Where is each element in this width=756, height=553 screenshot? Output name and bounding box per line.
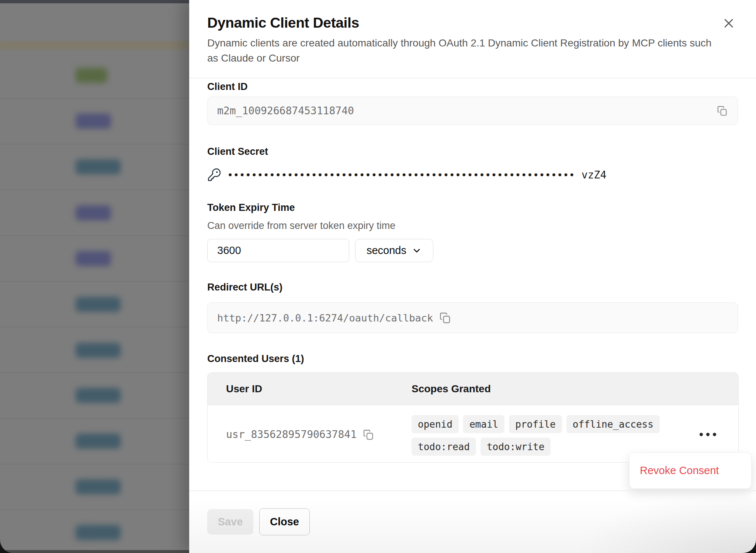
scopes-list: openidemailprofileoffline_accesstodo:rea… bbox=[412, 415, 666, 456]
client-id-value: m2m_100926687453118740 bbox=[217, 105, 354, 117]
token-expiry-input[interactable] bbox=[207, 239, 349, 262]
column-header-scopes: Scopes Granted bbox=[412, 373, 491, 405]
blurred-row-divider bbox=[0, 464, 189, 465]
user-id-value: usr_83562895790637841 bbox=[226, 428, 357, 441]
close-button[interactable]: Close bbox=[259, 508, 310, 535]
column-header-user-id: User ID bbox=[226, 373, 262, 405]
ellipsis-icon bbox=[700, 433, 703, 436]
redirect-url-field: http://127.0.0.1:6274/oauth/callback bbox=[207, 302, 738, 333]
close-icon bbox=[722, 17, 735, 29]
redirect-url-value: http://127.0.0.1:6274/oauth/callback bbox=[217, 312, 433, 324]
copy-client-id-button[interactable] bbox=[717, 105, 728, 116]
blurred-badge bbox=[76, 434, 121, 449]
scope-chip: email bbox=[463, 415, 504, 433]
blurred-row-divider bbox=[0, 281, 189, 282]
scope-chip: todo:read bbox=[412, 438, 476, 456]
row-actions-popup: Revoke Consent bbox=[629, 452, 752, 489]
blurred-row-divider bbox=[0, 372, 189, 373]
dynamic-client-details-modal: Dynamic Client Details Dynamic clients a… bbox=[189, 0, 756, 553]
blurred-row-divider bbox=[0, 327, 189, 327]
client-secret-mask: ••••••••••••••••••••••••••••••••••••••••… bbox=[227, 169, 575, 181]
background-bottom-strip bbox=[0, 550, 189, 553]
consented-users-table: User ID Scopes Granted usr_8356289579063… bbox=[207, 372, 739, 463]
blurred-badge bbox=[76, 297, 121, 312]
screenshot-root: Dynamic Client Details Dynamic clients a… bbox=[0, 0, 756, 553]
client-secret-label: Client Secret bbox=[207, 146, 268, 157]
token-expiry-label: Token Expiry Time bbox=[207, 202, 295, 213]
blurred-badge bbox=[76, 159, 121, 174]
blurred-row-divider bbox=[0, 235, 189, 236]
client-secret-field: ••••••••••••••••••••••••••••••••••••••••… bbox=[207, 165, 606, 185]
background-topbar bbox=[0, 0, 189, 3]
copy-icon bbox=[439, 312, 451, 324]
copy-redirect-url-button[interactable] bbox=[439, 312, 451, 324]
blurred-badge bbox=[76, 479, 121, 494]
blurred-badge bbox=[76, 388, 121, 403]
modal-description: Dynamic clients are created automaticall… bbox=[207, 35, 724, 66]
unit-select-value: seconds bbox=[367, 244, 406, 257]
modal-close-button[interactable] bbox=[720, 15, 737, 32]
revoke-consent-menu-item[interactable]: Revoke Consent bbox=[630, 453, 751, 488]
redirect-urls-label: Redirect URL(s) bbox=[207, 282, 282, 293]
blurred-badge bbox=[76, 525, 121, 540]
blurred-badge bbox=[76, 251, 111, 266]
copy-icon bbox=[363, 429, 374, 441]
footer-divider bbox=[189, 490, 756, 491]
blurred-badge bbox=[76, 114, 111, 129]
copy-user-id-button[interactable] bbox=[363, 429, 374, 441]
consented-users-label: Consented Users (1) bbox=[207, 353, 304, 365]
blurred-badge bbox=[76, 68, 107, 83]
blurred-row-divider bbox=[0, 98, 189, 99]
scope-chip: openid bbox=[412, 415, 459, 433]
user-id-cell: usr_83562895790637841 bbox=[226, 406, 374, 463]
app-window: Dynamic Client Details Dynamic clients a… bbox=[0, 0, 756, 553]
chevron-down-icon bbox=[412, 246, 422, 256]
blurred-row-divider bbox=[0, 509, 189, 510]
token-expiry-hint: Can override from server token expiry ti… bbox=[207, 220, 395, 232]
modal-title: Dynamic Client Details bbox=[207, 15, 359, 31]
table-header: User ID Scopes Granted bbox=[208, 373, 738, 405]
blurred-row-divider bbox=[0, 418, 189, 419]
client-id-field: m2m_100926687453118740 bbox=[207, 97, 738, 125]
save-button[interactable]: Save bbox=[207, 509, 253, 535]
dimmed-background bbox=[0, 0, 189, 553]
blurred-row-divider bbox=[0, 189, 189, 190]
token-expiry-unit-select[interactable]: seconds bbox=[355, 239, 433, 262]
blurred-row-divider bbox=[0, 144, 189, 145]
scope-chip: todo:write bbox=[481, 438, 551, 456]
row-actions-menu-button[interactable] bbox=[695, 425, 721, 444]
client-id-label: Client ID bbox=[207, 81, 248, 93]
client-secret-suffix: vzZ4 bbox=[582, 169, 606, 181]
header-divider bbox=[189, 78, 756, 79]
blurred-badge bbox=[76, 205, 111, 220]
scope-chip: offline_access bbox=[566, 415, 660, 433]
blurred-badge bbox=[76, 343, 121, 358]
background-header-band bbox=[0, 41, 189, 49]
scope-chip: profile bbox=[509, 415, 562, 433]
key-icon bbox=[207, 168, 221, 182]
copy-icon bbox=[717, 105, 728, 116]
